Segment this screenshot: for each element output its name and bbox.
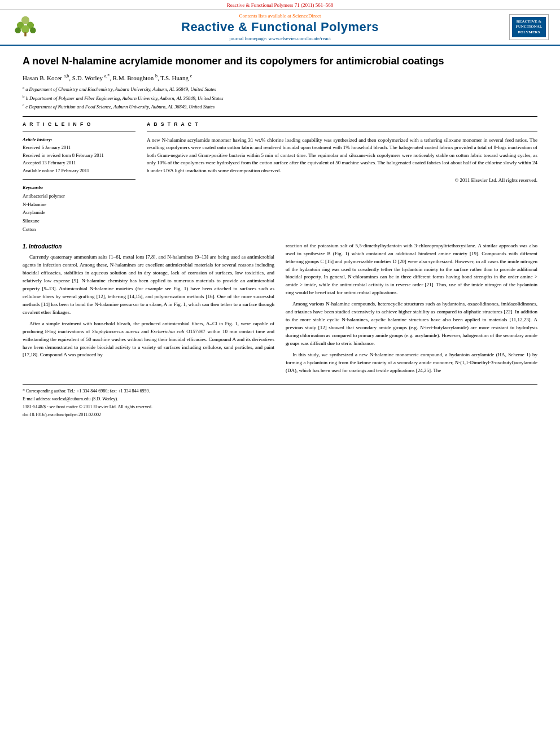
journal-citation-text: Reactive & Functional Polymers 71 (2011)…: [227, 2, 334, 8]
journal-logo-box: REACTIVE &FUNCTIONALPOLYMERS: [509, 14, 549, 40]
svg-rect-6: [24, 32, 27, 36]
journal-citation-bar: Reactive & Functional Polymers 71 (2011)…: [0, 0, 560, 10]
journal-homepage: journal homepage: www.elsevier.com/locat…: [62, 36, 498, 41]
author-kocer: Hasan B. Kocer: [23, 75, 62, 81]
body-content: 1. Introduction Currently quaternary amm…: [23, 242, 537, 378]
intro-para-5: In this study, we synthesized a new N-ha…: [286, 351, 537, 375]
keyword-3: Acrylamide: [23, 209, 135, 216]
keyword-4: Siloxane: [23, 217, 135, 225]
author-huang: T.S. Huang: [160, 75, 189, 81]
divider-2: [23, 132, 135, 132]
copyright-line: © 2011 Elsevier Ltd. All rights reserved…: [147, 177, 537, 185]
svg-point-4: [21, 25, 29, 33]
intro-heading: 1. Introduction: [23, 242, 274, 251]
divider-3: [23, 179, 135, 180]
svg-point-5: [30, 27, 36, 33]
author-worley: S.D. Worley: [72, 75, 103, 81]
footer-issn: 1381-5148/$ - see front matter © 2011 El…: [23, 404, 537, 410]
body-left-col: 1. Introduction Currently quaternary amm…: [23, 242, 274, 378]
journal-logo-text: REACTIVE &FUNCTIONALPOLYMERS: [512, 17, 546, 37]
available-date: Available online 17 February 2011: [23, 168, 135, 174]
affiliation-c: c c Department of Nutrition and Food Sci…: [23, 102, 537, 111]
elsevier-logo: [11, 15, 62, 39]
divider-4: [147, 132, 537, 132]
keyword-1: Antibacterial polymer: [23, 193, 135, 200]
divider-1: [23, 116, 537, 117]
abstract-paragraph: A new N-halamine acrylamide monomer havi…: [147, 137, 537, 175]
footnote-email: E-mail address: worlesd@auburn.edu (S.D.…: [23, 396, 537, 403]
body-right-col: reaction of the potassium salt of 5,5-di…: [286, 242, 537, 378]
affiliation-b: b b Department of Polymer and Fiber Engi…: [23, 94, 537, 102]
footnote-email-label: E-mail address:: [23, 396, 51, 401]
affiliation-a: a a Department of Chemistry and Biochemi…: [23, 85, 537, 93]
keywords-section: Keywords: Antibacterial polymer N-Halami…: [23, 184, 135, 233]
affiliations: a a Department of Chemistry and Biochemi…: [23, 85, 537, 111]
footnote-email-value: worlesd@auburn.edu (S.D. Worley).: [52, 396, 118, 401]
main-content: A novel N-halamine acrylamide monomer an…: [0, 46, 560, 429]
abstract-text: A new N-halamine acrylamide monomer havi…: [147, 137, 537, 185]
article-history: Article history: Received 6 January 2011…: [23, 137, 135, 174]
sciencedirect-link-text[interactable]: ScienceDirect: [292, 13, 321, 19]
elsevier-tree-icon: [11, 15, 40, 38]
author-broughton: R.M. Broughton: [113, 75, 154, 81]
journal-logo-box-area: REACTIVE &FUNCTIONALPOLYMERS: [498, 14, 549, 40]
journal-header: Contents lists available at ScienceDirec…: [0, 10, 560, 46]
intro-para-2: After a simple treatment with household …: [23, 320, 274, 360]
authors-line: Hasan B. Kocer a,b, S.D. Worley a,*, R.M…: [23, 73, 537, 81]
keyword-2: N-Halamine: [23, 201, 135, 208]
accepted-date: Accepted 13 February 2011: [23, 160, 135, 167]
received-date: Received 6 January 2011: [23, 145, 135, 151]
article-title: A novel N-halamine acrylamide monomer an…: [23, 55, 537, 68]
abstract-column: A B S T R A C T A new N-halamine acrylam…: [147, 121, 537, 234]
keywords-label: Keywords:: [23, 185, 43, 190]
svg-point-3: [15, 27, 21, 33]
article-info-abstract: A R T I C L E I N F O Article history: R…: [23, 121, 537, 234]
journal-title-area: Contents lists available at ScienceDirec…: [62, 13, 498, 41]
sciencedirect-notice: Contents lists available at ScienceDirec…: [62, 13, 498, 19]
journal-url[interactable]: www.elsevier.com/locate/react: [269, 36, 331, 41]
keyword-5: Cotton: [23, 226, 135, 233]
intro-para-3: reaction of the potassium salt of 5,5-di…: [286, 242, 537, 298]
received-revised-date: Received in revised form 8 February 2011: [23, 152, 135, 159]
history-label: Article history:: [23, 137, 53, 142]
abstract-heading: A B S T R A C T: [147, 121, 537, 127]
article-info-heading: A R T I C L E I N F O: [23, 121, 135, 127]
footer-doi: doi:10.1016/j.reactfunctpolym.2011.02.00…: [23, 412, 537, 418]
footnotes: * Corresponding author. Tel.: +1 334 844…: [23, 384, 537, 418]
article-info-column: A R T I C L E I N F O Article history: R…: [23, 121, 135, 234]
footnote-star: * Corresponding author. Tel.: +1 334 844…: [23, 388, 537, 395]
intro-para-4: Among various N-halamine compounds, hete…: [286, 300, 537, 348]
elsevier-logo-area: [11, 15, 62, 39]
journal-title: Reactive & Functional Polymers: [62, 20, 498, 34]
intro-para-1: Currently quaternary ammonium salts [1–6…: [23, 254, 274, 317]
